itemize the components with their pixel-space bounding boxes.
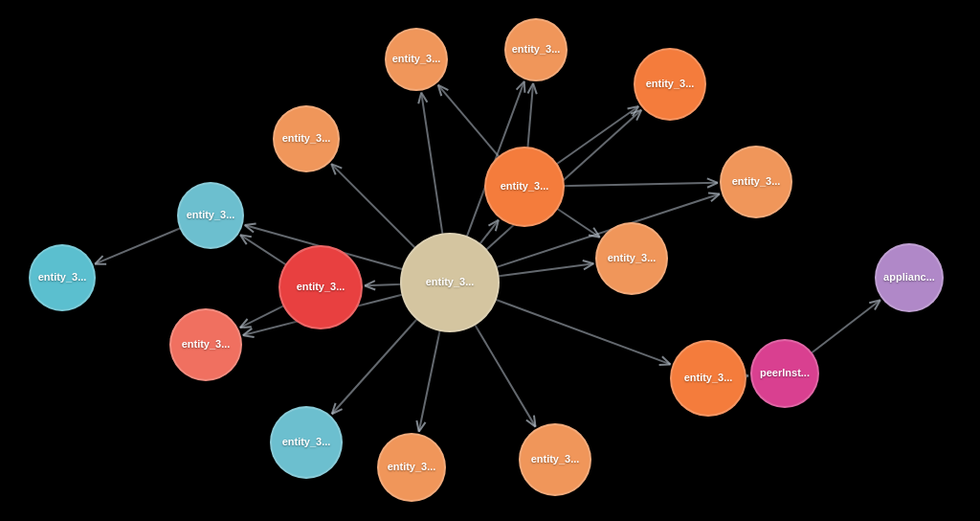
svg-line-22	[636, 110, 641, 121]
svg-line-37	[416, 420, 418, 432]
node-n3[interactable]: entity_3...	[169, 308, 242, 381]
svg-line-53	[707, 178, 718, 182]
svg-line-50	[628, 106, 639, 109]
node-label-n5: entity_3...	[36, 269, 89, 285]
node-label-center: entity_3...	[424, 274, 477, 290]
node-n1[interactable]: entity_3...	[484, 147, 565, 227]
svg-line-11	[245, 225, 254, 232]
svg-line-41	[332, 409, 343, 414]
node-label-n3: entity_3...	[180, 336, 233, 352]
svg-line-49	[633, 106, 638, 116]
svg-line-10	[245, 223, 256, 225]
svg-line-17	[418, 93, 421, 104]
node-n12[interactable]: entity_3...	[670, 340, 746, 417]
node-n10[interactable]: entity_3...	[720, 146, 792, 218]
svg-line-44	[438, 85, 442, 96]
svg-line-13	[331, 164, 342, 169]
node-label-n2: entity_3...	[295, 279, 347, 295]
svg-line-56	[593, 228, 600, 238]
node-label-n12: entity_3...	[682, 370, 735, 386]
node-label-n14: entity_3...	[386, 459, 438, 475]
svg-line-43	[438, 85, 449, 90]
svg-line-20	[517, 81, 524, 90]
node-n4[interactable]: entity_3...	[177, 182, 244, 249]
svg-line-47	[527, 83, 533, 94]
svg-line-71	[869, 300, 880, 303]
svg-line-34	[526, 420, 536, 427]
node-n11[interactable]: entity_3...	[595, 222, 668, 295]
svg-line-1	[496, 220, 499, 232]
node-label-n8: entity_3...	[510, 41, 563, 57]
node-n13[interactable]: entity_3...	[519, 423, 591, 496]
svg-line-35	[534, 416, 536, 427]
svg-line-52	[707, 183, 718, 188]
svg-line-26	[708, 193, 720, 193]
node-n6[interactable]: entity_3...	[273, 105, 340, 172]
svg-line-19	[524, 81, 525, 93]
svg-line-31	[659, 364, 671, 365]
svg-line-23	[631, 110, 641, 114]
node-label-n6: entity_3...	[280, 130, 333, 147]
node-n7[interactable]: entity_3...	[385, 28, 448, 91]
node-label-n7: entity_3...	[390, 51, 443, 67]
node-label-n11: entity_3...	[606, 250, 658, 266]
node-label-n4: entity_3...	[185, 207, 237, 223]
svg-line-16	[421, 93, 427, 102]
svg-line-5	[365, 285, 375, 289]
node-label-n10: entity_3...	[730, 173, 783, 190]
svg-line-64	[95, 256, 102, 264]
node-center[interactable]: entity_3...	[400, 233, 500, 332]
svg-line-7	[243, 328, 253, 335]
node-label-n16: peerInst...	[758, 365, 812, 381]
node-n14[interactable]: entity_3...	[377, 433, 446, 502]
svg-line-38	[419, 422, 426, 432]
svg-line-62	[240, 235, 247, 244]
svg-line-58	[240, 319, 248, 328]
svg-line-25	[711, 193, 720, 201]
graph-canvas: entity_3...entity_3...entity_3...entity_…	[0, 0, 980, 521]
svg-line-59	[240, 327, 252, 328]
svg-line-2	[488, 220, 498, 226]
node-label-n15: entity_3...	[280, 434, 333, 450]
node-n8[interactable]: entity_3...	[504, 18, 568, 81]
svg-line-61	[240, 235, 252, 237]
svg-line-40	[332, 403, 336, 414]
node-label-n1: entity_3...	[499, 178, 551, 194]
node-n15[interactable]: entity_3...	[270, 406, 343, 479]
svg-line-8	[243, 335, 255, 337]
node-n2[interactable]: entity_3...	[278, 245, 363, 329]
node-n5[interactable]: entity_3...	[29, 244, 96, 311]
node-label-n9: entity_3...	[644, 76, 697, 92]
svg-line-32	[662, 356, 671, 364]
node-n9[interactable]: entity_3...	[634, 48, 706, 121]
node-n17[interactable]: applianc...	[875, 243, 944, 312]
node-label-n13: entity_3...	[529, 451, 582, 467]
svg-line-14	[331, 164, 336, 174]
node-n16[interactable]: peerInst...	[750, 339, 819, 408]
svg-line-55	[589, 235, 600, 237]
svg-line-28	[584, 263, 593, 269]
svg-line-4	[365, 281, 375, 285]
node-label-n17: applianc...	[881, 269, 937, 285]
svg-line-46	[533, 83, 537, 94]
svg-line-29	[583, 260, 594, 263]
svg-line-70	[875, 300, 880, 309]
